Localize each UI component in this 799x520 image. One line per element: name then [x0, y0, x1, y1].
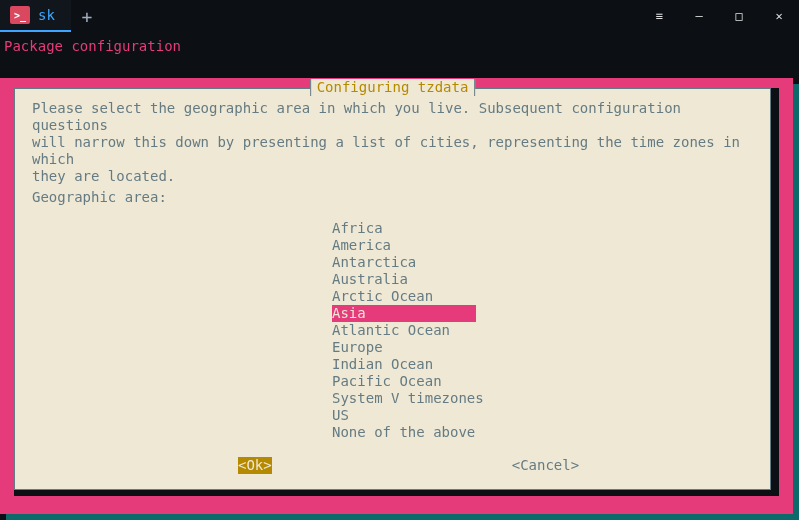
- list-item[interactable]: Africa: [22, 220, 763, 237]
- list-item[interactable]: Indian Ocean: [22, 356, 763, 373]
- list-item[interactable]: System V timezones: [22, 390, 763, 407]
- geographic-area-list[interactable]: AfricaAmericaAntarcticaAustraliaArctic O…: [22, 220, 763, 441]
- list-item[interactable]: Antarctica: [22, 254, 763, 271]
- page-heading: Package configuration: [0, 32, 799, 55]
- dialog-backdrop: Configuring tzdata Please select the geo…: [0, 78, 793, 514]
- list-item-label: Atlantic Ocean: [332, 322, 450, 339]
- list-item-label: Europe: [332, 339, 383, 356]
- hamburger-menu-button[interactable]: ≡: [639, 0, 679, 32]
- tab-terminal[interactable]: >_ sk: [0, 0, 71, 32]
- dialog-prompt: Geographic area:: [22, 189, 763, 210]
- list-item-label: Asia: [332, 305, 476, 322]
- list-item[interactable]: Asia: [22, 305, 763, 322]
- list-item-label: Pacific Ocean: [332, 373, 442, 390]
- list-item-label: Antarctica: [332, 254, 416, 271]
- tab-label: sk: [38, 7, 55, 23]
- minimize-button[interactable]: —: [679, 0, 719, 32]
- terminal-icon: >_: [10, 6, 30, 24]
- list-item-label: Arctic Ocean: [332, 288, 433, 305]
- close-window-button[interactable]: ✕: [759, 0, 799, 32]
- terminal-area: Package configuration Configuring tzdata…: [0, 32, 799, 520]
- window-controls: ≡ — □ ✕: [639, 0, 799, 32]
- list-item-label: None of the above: [332, 424, 475, 441]
- list-item[interactable]: Australia: [22, 271, 763, 288]
- maximize-button[interactable]: □: [719, 0, 759, 32]
- list-item[interactable]: None of the above: [22, 424, 763, 441]
- list-item-label: System V timezones: [332, 390, 484, 407]
- list-item[interactable]: Pacific Ocean: [22, 373, 763, 390]
- list-item-label: US: [332, 407, 349, 424]
- list-item[interactable]: America: [22, 237, 763, 254]
- dialog-instructions: Please select the geographic area in whi…: [22, 88, 763, 189]
- dialog-button-row: <Ok> <Cancel>: [22, 453, 763, 482]
- cancel-button[interactable]: <Cancel>: [512, 457, 579, 474]
- window-titlebar: >_ sk + ≡ — □ ✕: [0, 0, 799, 32]
- list-item-label: Indian Ocean: [332, 356, 433, 373]
- list-item-label: Africa: [332, 220, 383, 237]
- new-tab-button[interactable]: +: [71, 6, 103, 27]
- list-item-label: Australia: [332, 271, 408, 288]
- list-item-label: America: [332, 237, 391, 254]
- list-item[interactable]: US: [22, 407, 763, 424]
- list-item[interactable]: Europe: [22, 339, 763, 356]
- list-item[interactable]: Arctic Ocean: [22, 288, 763, 305]
- ok-button[interactable]: <Ok>: [238, 457, 272, 474]
- list-item[interactable]: Atlantic Ocean: [22, 322, 763, 339]
- dialog-configuring-tzdata: Configuring tzdata Please select the geo…: [14, 88, 779, 496]
